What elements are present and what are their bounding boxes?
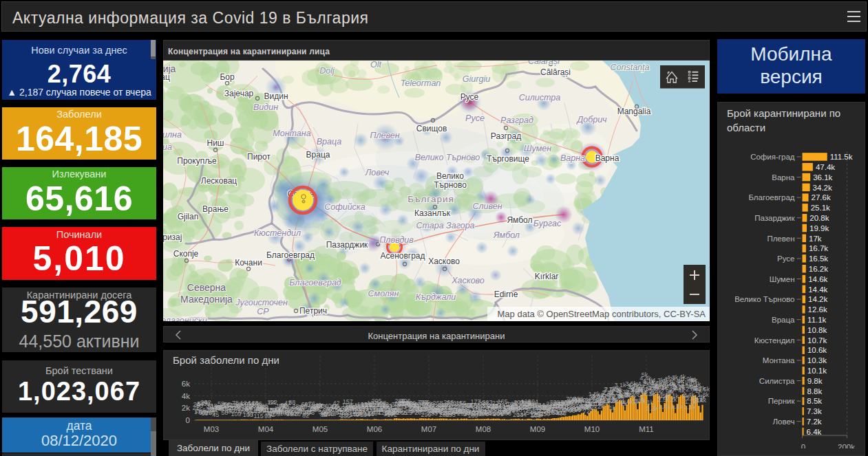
svg-text:Стара Загора: Стара Загора (416, 221, 474, 230)
svg-text:Плевен: Плевен (370, 131, 399, 140)
svg-text:16.2k: 16.2k (809, 264, 828, 272)
svg-text:Скопје: Скопје (173, 249, 199, 259)
svg-text:3k: 3k (699, 393, 706, 400)
svg-text:България: България (407, 194, 454, 204)
svg-text:7.2k: 7.2k (807, 417, 822, 425)
svg-text:0: 0 (801, 443, 805, 448)
svg-text:София-град: София-град (750, 153, 795, 161)
svg-text:Плевен: Плевен (767, 234, 794, 242)
svg-text:Ямбол: Ямбол (507, 215, 532, 225)
svg-text:M07: M07 (421, 425, 436, 433)
svg-text:36.1k: 36.1k (813, 173, 832, 181)
svg-text:Пирот: Пирот (247, 152, 271, 162)
svg-text:111.5k: 111.5k (830, 153, 853, 161)
svg-text:Ловеч: Ловеч (773, 417, 795, 425)
svg-text:Враца: Враца (772, 315, 795, 323)
svg-text:Велико Търново: Велико Търново (734, 295, 794, 303)
svg-text:17k: 17k (809, 234, 822, 242)
svg-text:10.3k: 10.3k (807, 356, 827, 365)
svg-text:Петрич: Петрич (299, 306, 327, 316)
svg-text:Прокупље: Прокупље (177, 156, 217, 166)
svg-text:Видин: Видин (264, 91, 288, 101)
svg-text:Dolj: Dolj (319, 66, 335, 76)
svg-text:0: 0 (186, 416, 190, 424)
svg-text:10.7k: 10.7k (807, 336, 827, 344)
svg-text:Северна: Северна (187, 282, 226, 293)
svg-text:илна: илна (163, 130, 182, 140)
svg-text:8.8k: 8.8k (807, 387, 822, 395)
svg-text:Благоевград: Благоевград (748, 193, 794, 202)
svg-text:27.6k: 27.6k (812, 193, 831, 202)
svg-text:Пазарджик: Пазарджик (326, 240, 368, 250)
svg-text:Русе: Русе (777, 254, 794, 263)
svg-text:34.2k: 34.2k (813, 183, 832, 191)
svg-text:M10: M10 (584, 425, 600, 433)
svg-text:Map data © OpenStreetMap contr: Map data © OpenStreetMap contributors, C… (498, 309, 706, 319)
svg-text:Constanța: Constanța (611, 63, 650, 72)
svg-text:M09: M09 (530, 425, 545, 433)
svg-text:Велико: Велико (436, 171, 464, 181)
svg-text:11.1k: 11.1k (807, 315, 827, 323)
svg-text:47.4k: 47.4k (816, 162, 835, 171)
svg-text:6.4k: 6.4k (807, 427, 822, 435)
svg-text:Кочани: Кочани (235, 258, 262, 268)
svg-text:Југоисточен: Југоисточен (235, 298, 288, 307)
svg-text:19.9k: 19.9k (809, 224, 829, 232)
svg-text:Варна: Варна (595, 153, 620, 163)
svg-text:Ловеч: Ловеч (365, 168, 390, 177)
svg-text:Кюстендил: Кюстендил (254, 228, 301, 238)
svg-text:10.1k: 10.1k (807, 366, 827, 374)
svg-text:Edirne: Edirne (494, 290, 518, 299)
svg-text:Враца: Враца (317, 137, 342, 146)
svg-text:14.4k: 14.4k (808, 285, 827, 293)
svg-text:6k: 6k (182, 380, 190, 388)
svg-text:Благоевград: Благоевград (266, 250, 315, 260)
svg-text:Gjilan: Gjilan (178, 212, 199, 221)
svg-text:1.2k: 1.2k (646, 405, 659, 412)
svg-text:Пловдив: Пловдив (379, 235, 414, 245)
svg-text:M05: M05 (313, 425, 328, 433)
svg-text:СР: СР (257, 307, 269, 316)
svg-text:Монтана: Монтана (273, 129, 310, 138)
svg-text:1k: 1k (609, 404, 616, 411)
svg-text:иа: иа (163, 142, 172, 152)
svg-text:ац: ац (163, 72, 170, 82)
svg-text:Giurgiu: Giurgiu (463, 74, 490, 84)
svg-text:еризај: еризај (163, 232, 182, 242)
svg-text:Хасково: Хасково (451, 276, 485, 285)
svg-text:2.5k: 2.5k (698, 386, 710, 393)
svg-text:45: 45 (212, 411, 219, 418)
svg-text:1.8k: 1.8k (634, 398, 646, 404)
svg-text:16.5k: 16.5k (809, 254, 828, 263)
svg-text:M06: M06 (367, 425, 382, 433)
svg-text:Добрич: Добрич (575, 115, 607, 124)
svg-text:Софийска: Софийска (324, 202, 365, 212)
svg-text:200k: 200k (838, 443, 855, 448)
svg-text:Teleorman: Teleorman (401, 78, 441, 88)
svg-text:Силистра: Силистра (519, 93, 560, 102)
svg-text:14.6k: 14.6k (808, 274, 827, 283)
svg-text:12.6k: 12.6k (808, 305, 827, 314)
svg-text:1.2k: 1.2k (671, 403, 684, 410)
svg-text:8.5k: 8.5k (807, 397, 822, 405)
svg-text:10.8k: 10.8k (807, 325, 827, 334)
svg-text:9.8k: 9.8k (807, 376, 823, 384)
svg-text:1.4k: 1.4k (659, 403, 671, 410)
svg-text:Перник: Перник (768, 397, 796, 405)
svg-text:Бургас: Бургас (533, 219, 562, 228)
svg-text:Пазарджик: Пазарджик (754, 213, 795, 221)
svg-text:Mangalia: Mangalia (617, 107, 651, 116)
svg-text:Търговище: Търговище (487, 154, 529, 164)
svg-text:Kırklar: Kırklar (535, 272, 559, 281)
svg-text:Асеновград: Асеновград (380, 251, 425, 261)
svg-text:4k: 4k (182, 392, 190, 400)
svg-text:25.1k: 25.1k (811, 204, 830, 212)
svg-text:1k: 1k (647, 399, 654, 406)
svg-text:Велико Търново: Велико Търново (415, 153, 480, 162)
svg-text:10.6k: 10.6k (807, 346, 827, 354)
svg-text:Шумен: Шумен (524, 144, 551, 153)
svg-text:Казанлък: Казанлък (414, 208, 451, 218)
svg-text:Сливен: Сливен (472, 202, 502, 211)
svg-text:Шумен: Шумен (770, 274, 795, 283)
svg-text:Врање: Врање (202, 204, 229, 214)
